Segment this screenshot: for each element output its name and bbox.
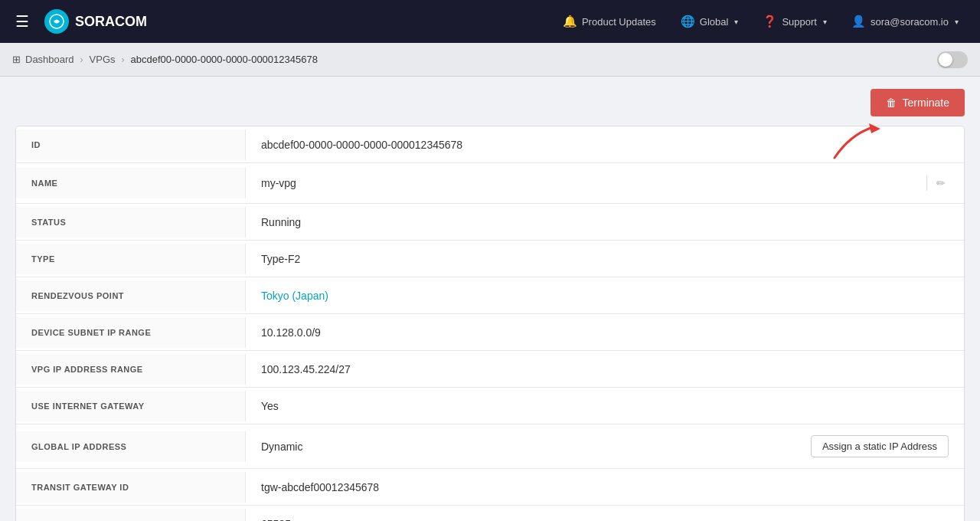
label-status: STATUS (16, 207, 246, 238)
value-id: abcdef00-0000-0000-0000-000012345678 (246, 128, 964, 162)
table-row: TYPE Type-F2 (16, 241, 964, 277)
table-row: DEVICE SUBNET IP RANGE 10.128.0.0/9 (16, 314, 964, 351)
value-vpg-ip-range: 100.123.45.224/27 (246, 352, 964, 386)
top-navigation: ☰ SORACOM 🔔 Product Updates 🌐 Global ▾ ❓… (0, 0, 980, 43)
detail-table: ID abcdef00-0000-0000-0000-000012345678 … (15, 126, 965, 521)
edit-icon[interactable]: ✏ (933, 174, 949, 192)
nav-global[interactable]: 🌐 Global ▾ (671, 10, 748, 33)
table-row: RENDEZVOUS POINT Tokyo (Japan) (16, 277, 964, 314)
logo: SORACOM (44, 9, 147, 34)
value-rendezvous-point[interactable]: Tokyo (Japan) (246, 279, 964, 313)
nav-user-label: sora@soracom.io (871, 16, 949, 28)
label-id: ID (16, 129, 246, 160)
table-row: TRANSIT GATEWAY ASN 65535 (16, 506, 964, 521)
trash-icon: 🗑 (886, 97, 897, 109)
value-transit-gateway-id: tgw-abcdef00012345678 (246, 470, 964, 504)
breadcrumb-vpgs: VPGs (90, 54, 116, 65)
settings-toggle[interactable] (937, 51, 968, 68)
label-vpg-ip-range: VPG IP ADDRESS RANGE (16, 354, 246, 385)
table-row: GLOBAL IP ADDRESS Dynamic Assign a stati… (16, 424, 964, 469)
label-type: TYPE (16, 244, 246, 274)
value-status: Running (246, 205, 964, 239)
table-row: NAME my-vpg ✏ (16, 163, 964, 204)
table-row: TRANSIT GATEWAY ID tgw-abcdef00012345678 (16, 469, 964, 506)
breadcrumb-separator: › (80, 54, 83, 65)
user-icon: 👤 (851, 15, 866, 28)
chevron-down-icon: ▾ (734, 18, 738, 26)
breadcrumb-dashboard-link[interactable]: Dashboard (25, 54, 74, 65)
value-internet-gateway: Yes (246, 389, 964, 423)
main-content: 🗑 Terminate ID abcdef00-0000-0000-0000-0… (0, 77, 980, 521)
label-global-ip: GLOBAL IP ADDRESS (16, 431, 246, 462)
action-bar: 🗑 Terminate (15, 89, 965, 116)
breadcrumb-bar: ⊞ Dashboard › VPGs › abcdef00-0000-0000-… (0, 43, 980, 77)
value-name: my-vpg ✏ (246, 163, 964, 203)
label-device-subnet: DEVICE SUBNET IP RANGE (16, 317, 246, 348)
breadcrumb-dashboard: ⊞ Dashboard (12, 54, 74, 65)
label-internet-gateway: USE INTERNET GATEWAY (16, 391, 246, 421)
bell-icon: 🔔 (563, 15, 577, 28)
value-device-subnet: 10.128.0.0/9 (246, 316, 964, 349)
name-row-actions: ✏ (926, 174, 949, 192)
nav-user[interactable]: 👤 sora@soracom.io ▾ (842, 10, 968, 33)
breadcrumb-separator: › (122, 54, 125, 65)
divider (926, 175, 927, 191)
label-transit-gateway-asn: TRANSIT GATEWAY ASN (16, 509, 246, 522)
table-row: VPG IP ADDRESS RANGE 100.123.45.224/27 (16, 351, 964, 388)
table-row: USE INTERNET GATEWAY Yes (16, 388, 964, 424)
breadcrumb-current: abcdef00-0000-0000-0000-000012345678 (131, 54, 318, 65)
assign-static-ip-button[interactable]: Assign a static IP Address (811, 435, 949, 457)
chevron-down-icon: ▾ (823, 18, 827, 26)
chevron-down-icon: ▾ (955, 18, 959, 26)
nav-items: 🔔 Product Updates 🌐 Global ▾ ❓ Support ▾… (554, 10, 968, 33)
value-transit-gateway-asn: 65535 (246, 507, 964, 522)
table-row: STATUS Running (16, 204, 964, 241)
logo-icon (44, 9, 69, 34)
toggle-knob (939, 53, 952, 67)
question-icon: ❓ (763, 15, 777, 28)
table-row: ID abcdef00-0000-0000-0000-000012345678 (16, 126, 964, 163)
nav-support-label: Support (782, 16, 817, 28)
nav-product-updates-label: Product Updates (582, 16, 656, 28)
menu-icon[interactable]: ☰ (12, 9, 32, 34)
value-global-ip: Dynamic Assign a static IP Address (246, 424, 964, 468)
globe-icon: 🌐 (681, 15, 695, 28)
terminate-button[interactable]: 🗑 Terminate (871, 89, 965, 116)
value-type: Type-F2 (246, 242, 964, 276)
nav-global-label: Global (700, 16, 729, 28)
nav-product-updates[interactable]: 🔔 Product Updates (554, 10, 665, 33)
label-rendezvous-point: RENDEZVOUS POINT (16, 280, 246, 311)
label-transit-gateway-id: TRANSIT GATEWAY ID (16, 472, 246, 503)
label-name: NAME (16, 168, 246, 198)
terminate-label: Terminate (903, 97, 949, 109)
logo-text: SORACOM (75, 14, 147, 30)
breadcrumb-vpgs-link[interactable]: VPGs (90, 54, 116, 65)
nav-support[interactable]: ❓ Support ▾ (753, 10, 836, 33)
grid-icon: ⊞ (12, 54, 21, 65)
